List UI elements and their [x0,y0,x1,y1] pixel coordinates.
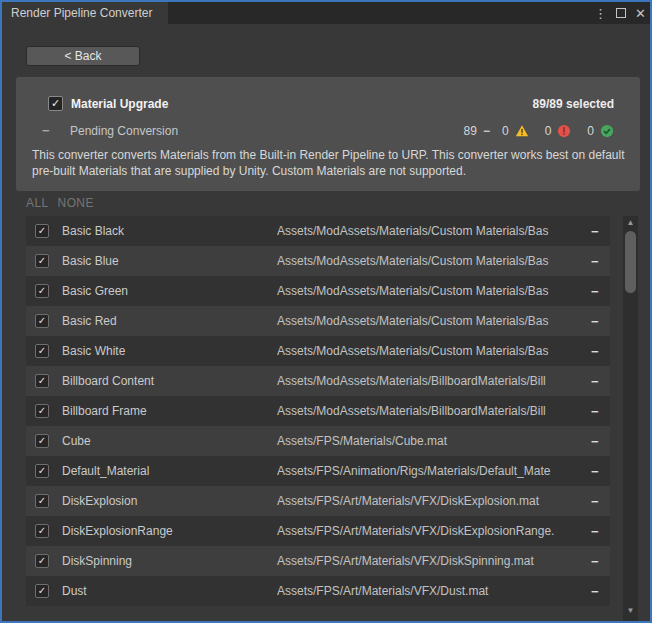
select-none-button[interactable]: NONE [58,196,94,210]
item-path: Assets/ModAssets/Materials/Custom Materi… [277,224,577,238]
list-item[interactable]: ✓ Dust Assets/FPS/Art/Materials/VFX/Dust… [26,576,610,606]
error-count: 0 [545,124,552,138]
item-checkbox[interactable]: ✓ [35,344,49,358]
item-checkbox[interactable]: ✓ [35,494,49,508]
warning-count: 0 [502,124,509,138]
item-checkbox[interactable]: ✓ [35,254,49,268]
item-status-dash-icon: − [591,254,599,269]
item-checkbox[interactable]: ✓ [35,524,49,538]
check-icon: ✓ [38,496,46,506]
item-checkbox[interactable]: ✓ [35,374,49,388]
window-title: Render Pipeline Converter [11,6,152,20]
item-path: Assets/ModAssets/Materials/BillboardMate… [277,404,577,418]
item-checkbox[interactable]: ✓ [35,284,49,298]
success-icon [600,124,614,138]
item-name: Dust [62,584,277,598]
list-item[interactable]: ✓ Cube Assets/FPS/Materials/Cube.mat − [26,426,610,456]
item-path: Assets/FPS/Animation/Rigs/Materials/Defa… [277,464,577,478]
item-name: Basic Red [62,314,277,328]
check-icon: ✓ [38,346,46,356]
item-path: Assets/ModAssets/Materials/Custom Materi… [277,314,577,328]
check-icon: ✓ [38,226,46,236]
close-icon[interactable]: ✕ [635,7,646,20]
error-icon [557,124,571,138]
title-bar: Render Pipeline Converter ⋮ ✕ [2,2,650,24]
check-icon: ✓ [38,256,46,266]
list-item[interactable]: ✓ Basic Black Assets/ModAssets/Materials… [26,216,610,246]
list-item[interactable]: ✓ Billboard Content Assets/ModAssets/Mat… [26,366,610,396]
item-status-dash-icon: − [591,464,599,479]
scroll-up-icon[interactable]: ▲ [623,216,638,230]
converter-description: This converter converts Materials from t… [32,147,630,179]
list-item[interactable]: ✓ Billboard Frame Assets/ModAssets/Mater… [26,396,610,426]
converter-panel: ✓ Material Upgrade 89/89 selected − Pend… [16,77,640,191]
item-status-dash-icon: − [591,314,599,329]
list-item[interactable]: ✓ Basic White Assets/ModAssets/Materials… [26,336,610,366]
list-controls: ALL NONE [26,196,94,210]
item-path: Assets/FPS/Art/Materials/VFX/Dust.mat [277,584,577,598]
item-name: Basic Green [62,284,277,298]
list-item[interactable]: ✓ DiskExplosion Assets/FPS/Art/Materials… [26,486,610,516]
item-status-dash-icon: − [591,554,599,569]
item-status-dash-icon: − [591,224,599,239]
item-status-dash-icon: − [591,284,599,299]
item-name: DiskSpinning [62,554,277,568]
item-status-dash-icon: − [591,524,599,539]
success-count: 0 [587,124,594,138]
maximize-icon[interactable] [616,8,626,18]
item-status-dash-icon: − [591,404,599,419]
item-status-dash-icon: − [591,344,599,359]
list-item[interactable]: ✓ Basic Red Assets/ModAssets/Materials/C… [26,306,610,336]
item-name: Cube [62,434,277,448]
window-tab[interactable]: Render Pipeline Converter [2,2,168,24]
list-item[interactable]: ✓ DiskExplosionRange Assets/FPS/Art/Mate… [26,516,610,546]
list-scrollbar[interactable]: ▲ ▼ [623,216,638,621]
back-button[interactable]: < Back [26,46,140,66]
pending-label: Pending Conversion [70,124,178,138]
item-status-dash-icon: − [591,494,599,509]
item-name: DiskExplosionRange [62,524,277,538]
check-icon: ✓ [38,406,46,416]
pending-dash-icon: − [42,123,56,138]
item-name: Basic Black [62,224,277,238]
list-item[interactable]: ✓ Default_Material Assets/FPS/Animation/… [26,456,610,486]
check-icon: ✓ [51,98,60,109]
item-name: Billboard Content [62,374,277,388]
item-path: Assets/ModAssets/Materials/Custom Materi… [277,254,577,268]
item-checkbox[interactable]: ✓ [35,434,49,448]
check-icon: ✓ [38,436,46,446]
item-name: Basic Blue [62,254,277,268]
item-name: Basic White [62,344,277,358]
item-checkbox[interactable]: ✓ [35,314,49,328]
scroll-down-icon[interactable]: ▼ [623,604,638,618]
item-name: Default_Material [62,464,277,478]
warning-icon [515,124,529,138]
item-checkbox[interactable]: ✓ [35,224,49,238]
scrollbar-thumb[interactable] [625,231,636,293]
select-all-button[interactable]: ALL [26,196,49,210]
item-checkbox[interactable]: ✓ [35,554,49,568]
item-path: Assets/ModAssets/Materials/Custom Materi… [277,344,577,358]
item-checkbox[interactable]: ✓ [35,404,49,418]
item-status-dash-icon: − [591,374,599,389]
check-icon: ✓ [38,556,46,566]
item-path: Assets/FPS/Art/Materials/VFX/DiskSpinnin… [277,554,577,568]
converter-checkbox[interactable]: ✓ [48,96,63,111]
item-path: Assets/ModAssets/Materials/BillboardMate… [277,374,577,388]
list-item[interactable]: ✓ DiskSpinning Assets/FPS/Art/Materials/… [26,546,610,576]
item-name: DiskExplosion [62,494,277,508]
list-item[interactable]: ✓ Basic Green Assets/ModAssets/Materials… [26,276,610,306]
pending-count: 89 [464,124,477,138]
pending-count-dash-icon: − [483,124,490,138]
material-list: ✓ Basic Black Assets/ModAssets/Materials… [26,216,610,606]
item-checkbox[interactable]: ✓ [35,584,49,598]
menu-kebab-icon[interactable]: ⋮ [594,7,607,20]
check-icon: ✓ [38,466,46,476]
selected-summary: 89/89 selected [533,97,614,111]
item-path: Assets/FPS/Materials/Cube.mat [277,434,577,448]
item-status-dash-icon: − [591,584,599,599]
check-icon: ✓ [38,526,46,536]
item-checkbox[interactable]: ✓ [35,464,49,478]
render-pipeline-converter-window: Render Pipeline Converter ⋮ ✕ < Back ✓ M… [0,0,652,623]
list-item[interactable]: ✓ Basic Blue Assets/ModAssets/Materials/… [26,246,610,276]
